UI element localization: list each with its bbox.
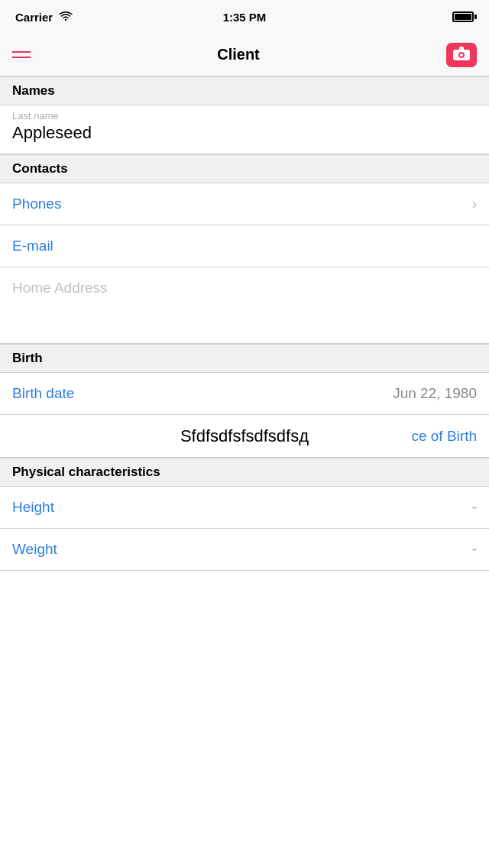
hamburger-line-2 [12, 57, 31, 58]
birth-date-row[interactable]: Birth date Jun 22, 1980 [0, 373, 489, 415]
height-value: - [472, 499, 477, 516]
last-name-label: Last name [12, 110, 477, 121]
status-bar: Carrier 1:35 PM [0, 0, 489, 34]
battery-icon [452, 11, 474, 22]
carrier-label: Carrier [15, 11, 53, 24]
chevron-right-icon: › [472, 196, 477, 212]
names-section-header: Names [0, 76, 489, 105]
place-of-birth-suffix: ce of Birth [411, 428, 477, 445]
home-address-row[interactable]: Home Address [0, 267, 489, 344]
email-row[interactable]: E-mail [0, 225, 489, 267]
status-time: 1:35 PM [223, 11, 267, 24]
height-row[interactable]: Height - [0, 487, 489, 529]
physical-section-header: Physical characteristics [0, 458, 489, 487]
status-right [452, 11, 474, 22]
weight-row[interactable]: Weight - [0, 529, 489, 571]
weight-value: - [472, 541, 477, 558]
menu-button[interactable] [12, 51, 31, 58]
last-name-field[interactable]: Last name Appleseed [0, 105, 489, 154]
camera-icon [453, 50, 470, 60]
phones-row[interactable]: Phones › [0, 183, 489, 225]
camera-button[interactable] [446, 43, 477, 67]
hamburger-line-1 [12, 51, 31, 53]
wifi-icon [59, 11, 73, 22]
names-header-text: Names [12, 83, 55, 98]
nav-title: Client [217, 46, 260, 63]
nav-bar: Client [0, 34, 489, 76]
home-address-placeholder: Home Address [12, 280, 108, 296]
place-of-birth-row[interactable]: Sfdfsdfsfsdfsdfsд ce of Birth [0, 415, 489, 458]
birth-date-label: Birth date [12, 385, 74, 402]
status-left: Carrier [15, 11, 73, 24]
birth-section-header: Birth [0, 344, 489, 373]
weight-label: Weight [12, 541, 57, 558]
phones-label: Phones [12, 196, 61, 212]
contacts-header-text: Contacts [12, 161, 68, 176]
birth-date-value: Jun 22, 1980 [393, 385, 477, 402]
birth-header-text: Birth [12, 351, 43, 365]
physical-header-text: Physical characteristics [12, 465, 160, 479]
typing-text: Sfdfsdfsfsdfsdfsд [180, 426, 309, 446]
contacts-section-header: Contacts [0, 154, 489, 183]
height-label: Height [12, 499, 54, 516]
email-label: E-mail [12, 238, 53, 254]
last-name-value: Appleseed [12, 123, 477, 143]
